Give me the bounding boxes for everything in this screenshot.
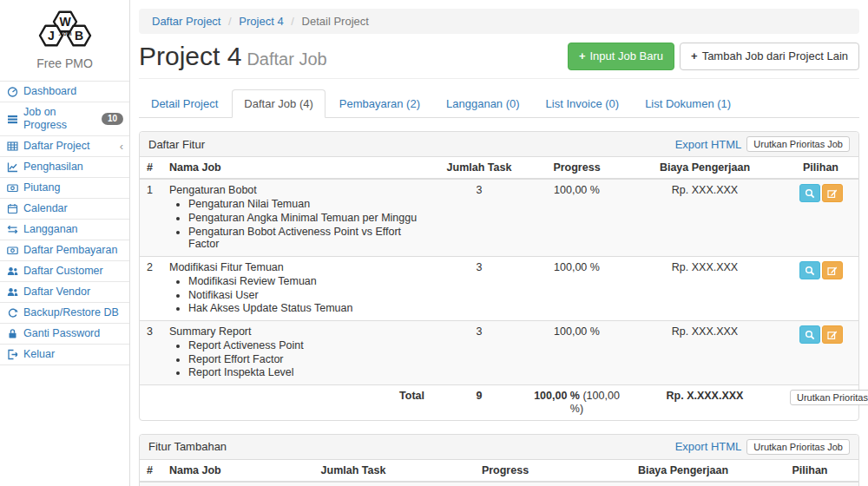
tab-list-invoice[interactable]: List Invoice (0) — [534, 89, 632, 118]
col-number: # — [140, 460, 162, 482]
breadcrumb-separator: / — [224, 15, 236, 28]
tab-detail-project[interactable]: Detail Project — [139, 89, 230, 118]
col-pilihan: Pilihan — [761, 460, 858, 482]
panel-title: Daftar Fitur — [148, 138, 205, 151]
cost-value: Rp. XXX.XXX — [627, 179, 783, 256]
logo-letter-w: W — [59, 15, 71, 29]
breadcrumb-link-project-4[interactable]: Project 4 — [239, 15, 283, 28]
sidebar-item-backup-restore-db[interactable]: Backup/Restore DB — [0, 303, 129, 324]
edit-job-button[interactable] — [822, 325, 843, 344]
sidebar-item-label: Keluar — [23, 348, 55, 361]
project-title: Project 4 — [139, 42, 241, 70]
tab-list-dokumen[interactable]: List Dokumen (1) — [633, 89, 743, 118]
breadcrumb: Daftar Project / Project 4 / Detail Proj… — [139, 9, 859, 34]
col-biaya-pengerjaan: Biaya Pengerjaan — [605, 460, 761, 482]
fitur-tambahan-table: # Nama Job Jumlah Task Progress Biaya Pe… — [140, 460, 858, 486]
view-job-button[interactable] — [799, 184, 820, 202]
daftar-fitur-panel: Daftar Fitur Export HTML Urutkan Priorit… — [139, 131, 859, 420]
view-job-button[interactable] — [799, 325, 820, 344]
total-label: Total — [162, 385, 431, 420]
breadcrumb-link-daftar-project[interactable]: Daftar Project — [152, 15, 220, 28]
cost-value: Rp. XXX.XXX — [627, 321, 783, 385]
sidebar-item-calendar[interactable]: Calendar — [0, 199, 129, 220]
job-title: Summary Report — [169, 325, 424, 338]
sidebar-item-label: Daftar Pembayaran — [23, 244, 117, 257]
col-nama-job: Nama Job — [162, 460, 301, 482]
logo-com-text: .com — [58, 30, 71, 36]
lock-icon — [6, 328, 18, 339]
header-actions: + Input Job Baru + Tambah Job dari Proje… — [568, 43, 859, 70]
page-header: Project 4Daftar Job + Input Job Baru + T… — [139, 43, 859, 79]
tab-daftar-job[interactable]: Daftar Job (4) — [232, 89, 325, 118]
table-header-row: # Nama Job Jumlah Task Progress Biaya Pe… — [140, 460, 858, 482]
sidebar-item-label: Backup/Restore DB — [23, 306, 119, 319]
input-job-baru-button[interactable]: + Input Job Baru — [568, 43, 674, 70]
sidebar-item-daftar-customer[interactable]: Daftar Customer — [0, 261, 129, 282]
urutkan-prioritas-job-button[interactable]: Urutkan Prioritas Job — [790, 390, 868, 405]
tasks-icon — [6, 114, 18, 125]
col-nama-job: Nama Job — [162, 157, 431, 179]
progress-value: 100,00 % — [405, 482, 605, 486]
urutkan-prioritas-job-button[interactable]: Urutkan Prioritas Job — [746, 439, 850, 455]
export-html-link[interactable]: Export HTML — [675, 138, 742, 151]
col-jumlah-task: Jumlah Task — [431, 157, 527, 179]
sidebar-item-label: Langganan — [23, 223, 78, 236]
edit-job-button[interactable] — [822, 184, 843, 202]
sidebar-item-daftar-pembayaran[interactable]: Daftar Pembayaran — [0, 240, 129, 261]
cost-value: Rp. XXX.XXX — [627, 257, 783, 321]
sidebar-item-keluar[interactable]: Keluar — [0, 345, 129, 365]
sidebar-item-daftar-project[interactable]: Daftar Project ‹ — [0, 136, 129, 157]
col-biaya-pengerjaan: Biaya Pengerjaan — [627, 157, 783, 179]
users-icon — [6, 266, 18, 277]
sign-out-icon — [6, 349, 18, 360]
task-count: 3 — [431, 257, 527, 321]
total-progress: 100,00 % (100,00 %) — [527, 385, 627, 420]
panel-heading: Fitur Tambahan Export HTML Urutkan Prior… — [140, 435, 858, 460]
view-job-button[interactable] — [799, 261, 820, 279]
edit-icon — [827, 330, 838, 340]
panel-title: Fitur Tambahan — [148, 440, 227, 453]
progress-value: 100,00 % — [527, 257, 627, 321]
task-count: 3 — [431, 321, 527, 385]
task-count: 3 — [431, 179, 527, 256]
tab-langganan[interactable]: Langganan (0) — [434, 89, 532, 118]
logo-letter-b: B — [74, 29, 82, 43]
edit-icon — [827, 266, 838, 276]
sidebar-item-ganti-password[interactable]: Ganti Password — [0, 324, 129, 345]
table-icon — [6, 141, 18, 152]
search-icon — [805, 266, 815, 276]
chevron-left-icon: ‹ — [120, 142, 123, 151]
edit-job-button[interactable] — [822, 261, 843, 279]
sidebar-item-label: Ganti Password — [23, 327, 100, 340]
project-tabs: Detail Project Daftar Job (4) Pembayaran… — [139, 89, 859, 118]
sidebar-item-job-on-progress[interactable]: Job on Progress 10 — [0, 102, 129, 136]
sidebar-item-label: Daftar Project — [23, 140, 89, 153]
sidebar-item-penghasilan[interactable]: Penghasilan — [0, 157, 129, 178]
daftar-fitur-table: # Nama Job Jumlah Task Progress Biaya Pe… — [140, 157, 858, 419]
search-icon — [805, 330, 815, 340]
table-row: 2 Modifikasi Fitur Temuan Modifikasi Rev… — [140, 257, 858, 321]
plus-icon: + — [579, 49, 586, 64]
search-icon — [805, 188, 815, 199]
exchange-icon — [6, 224, 18, 235]
job-subtasks: Modifikasi Review Temuan Notifikasi User… — [188, 275, 424, 315]
sidebar-item-piutang[interactable]: Piutang — [0, 178, 129, 199]
sidebar-menu: Dashboard Job on Progress 10 Daftar Proj… — [0, 81, 129, 365]
urutkan-prioritas-job-button[interactable]: Urutkan Prioritas Job — [746, 136, 850, 152]
main-content: Daftar Project / Project 4 / Detail Proj… — [130, 0, 868, 486]
fitur-tambahan-panel: Fitur Tambahan Export HTML Urutkan Prior… — [139, 434, 859, 486]
logo-letter-j: J — [48, 29, 55, 43]
tambah-job-dari-project-lain-button[interactable]: + Tambah Job dari Project Lain — [680, 43, 859, 70]
cost-value: Rp. XXX.XXX — [605, 482, 761, 486]
sidebar-item-daftar-vendor[interactable]: Daftar Vendor — [0, 282, 129, 303]
sidebar-item-label: Job on Progress — [23, 106, 96, 132]
panel-heading: Daftar Fitur Export HTML Urutkan Priorit… — [140, 132, 858, 157]
page-title: Project 4Daftar Job — [139, 43, 327, 69]
export-html-link[interactable]: Export HTML — [675, 440, 742, 453]
line-chart-icon — [6, 161, 18, 173]
tab-pembayaran[interactable]: Pembayaran (2) — [327, 89, 432, 118]
sidebar-item-dashboard[interactable]: Dashboard — [0, 82, 129, 102]
edit-icon — [827, 188, 838, 199]
sidebar-item-langganan[interactable]: Langganan — [0, 220, 129, 240]
dashboard-icon — [6, 86, 18, 97]
